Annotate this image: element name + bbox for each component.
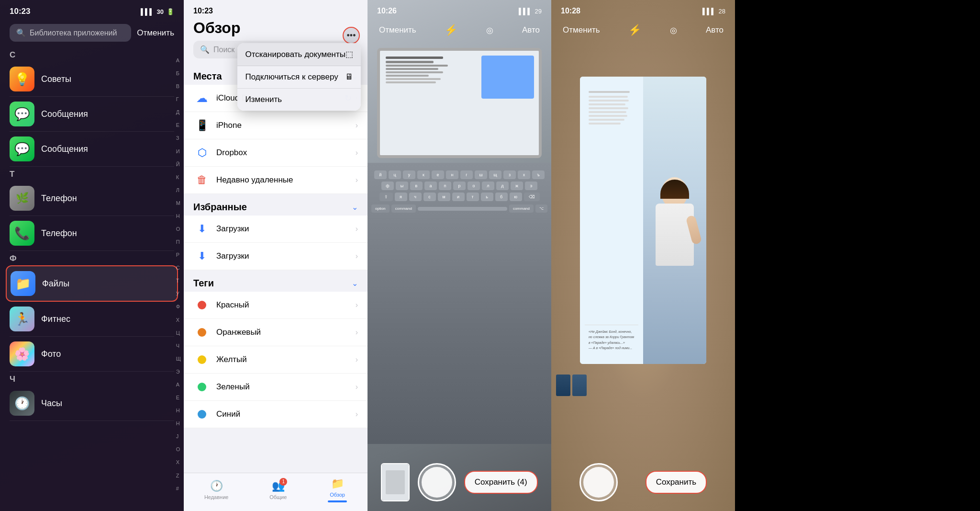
search-cancel-row: 🔍 Библиотека приложений Отменить xyxy=(0,20,184,47)
app-label: Сообщения xyxy=(41,144,88,154)
yellow-tag-label: Желтый xyxy=(216,355,356,364)
list-item-blue-tag[interactable]: Синий › xyxy=(184,401,368,428)
battery-4: 28 xyxy=(719,8,725,15)
cancel-button-1[interactable]: Отменить xyxy=(137,28,174,38)
chevron-right-icon: › xyxy=(356,176,358,184)
favorites-title: Избранные xyxy=(193,202,247,213)
browse-tab-label: Обзор xyxy=(330,492,345,498)
list-item-yellow-tag[interactable]: Желтый › xyxy=(184,346,368,374)
status-icons-1: ▌▌▌ 30 🔋 xyxy=(141,8,174,15)
more-options-button[interactable]: ••• xyxy=(343,27,360,44)
app-icon-messages-system: 💬 xyxy=(10,102,34,126)
app-label: Телефон xyxy=(41,193,77,204)
context-menu-server-label: Подключиться к серверу xyxy=(245,72,338,82)
list-item-downloads-1[interactable]: ⬇ Загрузки › xyxy=(184,216,368,243)
tags-chevron-icon[interactable]: ⌄ xyxy=(352,279,358,288)
section-letter-f: Ф xyxy=(10,251,174,265)
shutter-button-4[interactable] xyxy=(579,463,618,501)
chevron-right-icon: › xyxy=(356,301,358,309)
shared-badge: 1 xyxy=(279,478,287,486)
lens-icon-3[interactable]: ◎ xyxy=(486,25,493,35)
dropbox-icon: ⬡ xyxy=(193,144,211,161)
shutter-button-3[interactable] xyxy=(418,463,456,501)
download-icon-1: ⬇ xyxy=(193,220,211,238)
battery-icon: 🔋 xyxy=(167,8,174,15)
server-icon: 🖥 xyxy=(345,72,353,82)
app-label: Фитнес xyxy=(41,314,70,324)
app-label: Фото xyxy=(41,349,61,359)
list-item[interactable]: 🕐 Часы xyxy=(10,386,174,421)
dropbox-label: Dropbox xyxy=(216,148,356,158)
book-image: «Не Джеймс Бонд, конечно, но слежка за К… xyxy=(580,77,706,364)
search-icon: 🔍 xyxy=(16,28,26,37)
panel-app-library: 10:23 ▌▌▌ 30 🔋 🔍 Библиотека приложений О… xyxy=(0,0,184,511)
tab-browse[interactable]: 📁 Обзор xyxy=(328,477,347,502)
app-library-search[interactable]: 🔍 Библиотека приложений xyxy=(10,24,131,42)
list-item[interactable]: 💬 Сообщения xyxy=(10,132,174,167)
shared-tab-icon: 👥 1 xyxy=(272,480,284,492)
section-letter-ch: Ч xyxy=(10,372,174,386)
chevron-right-icon: › xyxy=(356,383,358,391)
list-item[interactable]: 💡 Советы xyxy=(10,62,174,97)
list-item-files-highlighted[interactable]: 📁 Файлы xyxy=(6,265,178,302)
list-item-recently-deleted[interactable]: 🗑 Недавно удаленные › xyxy=(184,167,368,194)
downloads-label-2: Загрузки xyxy=(216,251,356,261)
more-dots-icon: ••• xyxy=(347,31,356,41)
yellow-tag-icon xyxy=(193,351,211,368)
save-button-4[interactable]: Сохранить xyxy=(646,471,707,494)
tab-shared[interactable]: 👥 1 Общие xyxy=(269,480,287,500)
save-button-3[interactable]: Сохранить (4) xyxy=(464,471,538,494)
alphabet-sidebar[interactable]: А Б В Г Д Е З И Й К Л М Н О П Р С Т У Ф … xyxy=(176,57,181,492)
orange-tag-icon xyxy=(193,324,211,341)
list-item[interactable]: 🏃 Фитнес xyxy=(10,302,174,337)
tab-recent[interactable]: 🕐 Недавние xyxy=(204,480,229,500)
camera-bottom-panel4: Сохранить xyxy=(551,463,735,501)
status-time-2: 10:23 xyxy=(193,7,213,15)
list-item[interactable]: 💬 Сообщения xyxy=(10,97,174,132)
app-label: Сообщения xyxy=(41,109,88,119)
list-item-downloads-2[interactable]: ⬇ Загрузки › xyxy=(184,243,368,270)
iphone-label: iPhone xyxy=(216,121,356,130)
red-tag-icon xyxy=(193,296,211,314)
tags-title: Теги xyxy=(193,278,214,289)
document-preview-blue xyxy=(481,56,534,99)
flash-icon-3[interactable]: ⚡ xyxy=(445,24,457,36)
flash-icon-4[interactable]: ⚡ xyxy=(628,24,641,36)
section-letter-t: Т xyxy=(10,167,174,181)
recent-tab-label: Недавние xyxy=(204,494,229,500)
list-item-orange-tag[interactable]: Оранжевый › xyxy=(184,319,368,346)
list-item-iphone[interactable]: 📱 iPhone › xyxy=(184,112,368,139)
app-label: Телефон xyxy=(41,228,77,238)
camera-controls-panel4: Отменить ⚡ ◎ Авто xyxy=(551,24,735,36)
camera-controls-panel3: Отменить ⚡ ◎ Авто xyxy=(368,24,551,36)
panel-camera-book: «Не Джеймс Бонд, конечно, но слежка за К… xyxy=(551,0,735,511)
list-item-green-tag[interactable]: Зеленый › xyxy=(184,374,368,401)
iphone-icon: 📱 xyxy=(193,117,211,134)
app-icon-tips: 💡 xyxy=(10,67,34,91)
status-time-3: 10:26 xyxy=(377,7,397,15)
lens-icon-4[interactable]: ◎ xyxy=(670,25,677,35)
context-menu-scan[interactable]: Отсканировать документы ⬚ xyxy=(237,43,361,66)
cancel-button-3[interactable]: Отменить xyxy=(379,25,416,35)
list-item-red-tag[interactable]: Красный › xyxy=(184,292,368,319)
context-menu-scan-label: Отсканировать документы xyxy=(245,50,345,59)
files-tab-bar: 🕐 Недавние 👥 1 Общие 📁 Обзор xyxy=(184,473,368,511)
scan-thumbnail[interactable] xyxy=(381,463,410,501)
list-item[interactable]: 🌿 Телефон xyxy=(10,181,174,216)
files-title: Обзор xyxy=(193,15,358,41)
section-letter-c: С xyxy=(10,47,174,62)
status-bar-panel1: 10:23 ▌▌▌ 30 🔋 xyxy=(0,0,184,20)
list-item[interactable]: 📞 Телефон xyxy=(10,216,174,251)
cancel-button-4[interactable]: Отменить xyxy=(563,25,600,35)
shutter-inner-4 xyxy=(583,467,614,498)
list-item[interactable]: 🌸 Фото xyxy=(10,337,174,372)
blue-tag-label: Синий xyxy=(216,409,356,419)
scan-icon: ⬚ xyxy=(345,49,353,59)
favorites-chevron-icon[interactable]: ⌄ xyxy=(352,203,358,212)
context-menu-edit[interactable]: Изменить xyxy=(237,89,361,111)
chevron-right-icon: › xyxy=(356,355,358,364)
app-label-files: Файлы xyxy=(42,279,69,289)
status-bar-panel3: 10:26 ▌▌▌ 29 xyxy=(368,0,551,19)
list-item-dropbox[interactable]: ⬡ Dropbox › xyxy=(184,139,368,167)
context-menu-server[interactable]: Подключиться к серверу 🖥 xyxy=(237,66,361,89)
